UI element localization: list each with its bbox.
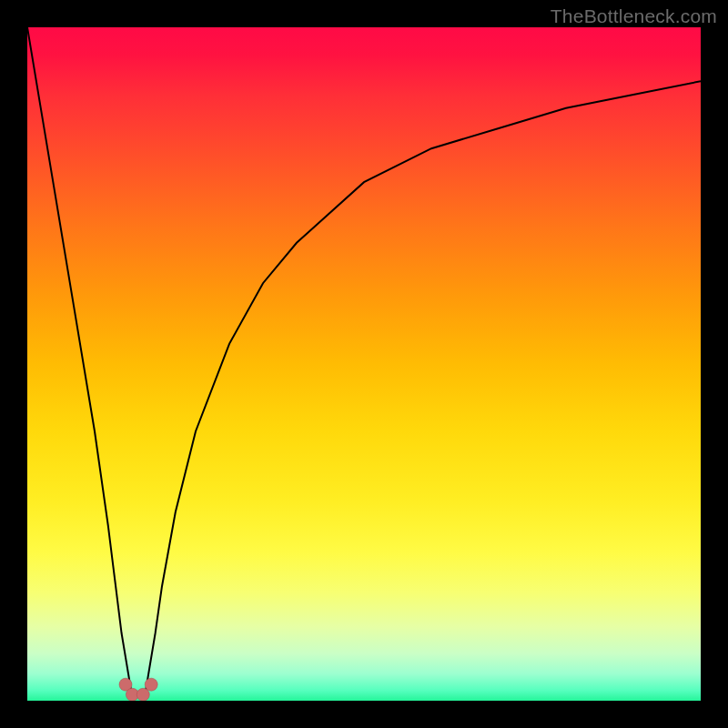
plot-frame: [27, 27, 701, 701]
curve-minimum-dots: [119, 678, 157, 701]
plot-overlay: [27, 27, 701, 701]
minimum-dot: [145, 678, 157, 691]
curve-right-branch: [146, 81, 702, 693]
minimum-dot: [136, 688, 149, 701]
curve-left-branch: [27, 27, 132, 694]
watermark-text: TheBottleneck.com: [551, 5, 717, 27]
